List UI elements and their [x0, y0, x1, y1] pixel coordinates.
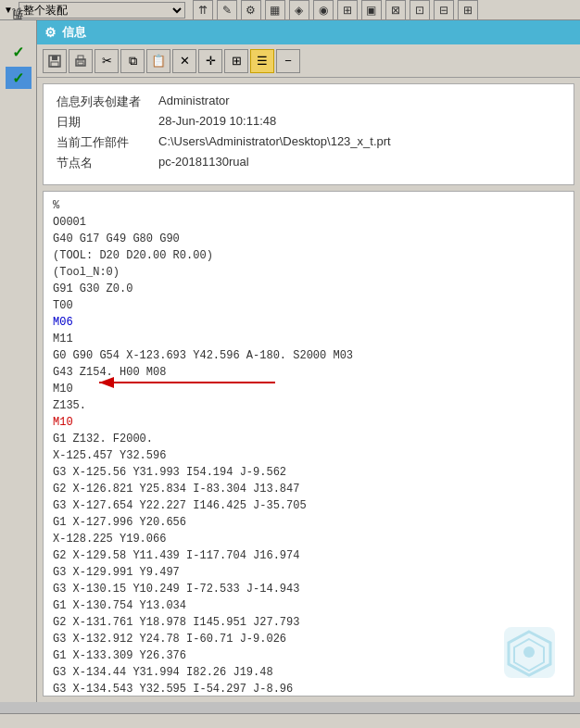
code-line: M10 — [53, 414, 564, 431]
code-line: G2 X-129.58 Y11.439 I-117.704 J16.974 — [53, 547, 564, 564]
code-line: T00 — [53, 297, 564, 314]
toolbar-icon-7[interactable]: ⊞ — [337, 0, 358, 20]
dlg-minus-icon[interactable]: − — [276, 49, 300, 73]
toolbar-icon-1[interactable]: ⇈ — [193, 0, 213, 20]
toolbar-icon-5[interactable]: ◈ — [289, 0, 309, 20]
left-sidebar: 刀轨 ✓ ✓ — [0, 20, 37, 702]
code-line: G3 X-125.56 Y31.993 I54.194 J-9.562 — [53, 464, 564, 481]
bottom-status — [0, 713, 580, 728]
info-label-creator: 信息列表创建者 — [57, 94, 158, 110]
code-line: X-128.225 Y19.066 — [53, 531, 564, 547]
code-line: G1 X-127.996 Y20.656 — [53, 514, 564, 531]
code-line: G3 X-129.991 Y9.497 — [53, 564, 564, 581]
code-line: G0 G90 G54 X-123.693 Y42.596 A-180. S200… — [53, 347, 564, 364]
svg-point-11 — [523, 646, 535, 658]
toolbar-icon-10[interactable]: ⊡ — [410, 0, 430, 20]
info-label-workpart: 当前工作部件 — [57, 134, 158, 151]
dlg-grid-icon[interactable]: ⊞ — [224, 49, 248, 73]
dlg-list-icon[interactable]: ☰ — [250, 49, 274, 73]
main-layout: 刀轨 ✓ ✓ ⚙ 信息 ✂ ⧉ 📋 ✕ ✛ ⊞ ☰ − — [0, 20, 580, 702]
code-line: G3 X-132.912 Y24.78 I-60.71 J-9.026 — [53, 631, 564, 647]
toolbar-icon-4[interactable]: ▦ — [265, 0, 285, 20]
toolbar-icon-11[interactable]: ⊟ — [434, 0, 454, 20]
info-dialog: ⚙ 信息 ✂ ⧉ 📋 ✕ ✛ ⊞ ☰ − 信息列表创建者 Administrat… — [37, 20, 580, 702]
toolbar-icon-6[interactable]: ◉ — [313, 0, 334, 20]
code-line: M06 — [53, 314, 564, 331]
top-toolbar: ▼ 整个装配 ⇈ ✎ ⚙ ▦ ◈ ◉ ⊞ ▣ ⊠ ⊡ ⊟ ⊞ — [0, 0, 580, 20]
assembly-dropdown[interactable]: 整个装配 — [19, 2, 185, 19]
code-line: % — [53, 197, 564, 214]
code-content: %O0001G40 G17 G49 G80 G90(TOOL: D20 D20.… — [44, 192, 574, 696]
info-label-nodename: 节点名 — [57, 155, 158, 171]
code-line: G40 G17 G49 G80 G90 — [53, 231, 564, 247]
dialog-title: 信息 — [62, 24, 86, 41]
code-line: M11 — [53, 331, 564, 347]
code-line: G43 Z154. H00 M08 — [53, 364, 564, 381]
code-line: G3 X-134.44 Y31.994 I82.26 J19.48 — [53, 664, 564, 681]
svg-rect-1 — [52, 56, 57, 60]
info-value-date: 28-Jun-2019 10:11:48 — [158, 114, 276, 131]
dlg-delete-icon[interactable]: ✕ — [172, 49, 196, 73]
dlg-copy-icon[interactable]: ⧉ — [120, 49, 145, 73]
dlg-cut-icon[interactable]: ✂ — [95, 49, 119, 73]
code-line: G1 X-133.309 Y26.376 — [53, 647, 564, 664]
toolbar-icon-8[interactable]: ▣ — [361, 0, 382, 20]
code-line: G3 X-130.15 Y10.249 I-72.533 J-14.943 — [53, 581, 564, 597]
code-line: (TOOL: D20 D20.00 R0.00) — [53, 247, 564, 264]
dropdown-arrow[interactable]: ▼ — [4, 5, 13, 15]
code-area[interactable]: %O0001G40 G17 G49 G80 G90(TOOL: D20 D20.… — [43, 191, 574, 697]
code-line: X-125.457 Y32.596 — [53, 447, 564, 464]
info-table: 信息列表创建者 Administrator 日期 28-Jun-2019 10:… — [43, 83, 574, 185]
info-value-workpart: C:\Users\Administrator\Desktop\123_x_t.p… — [158, 134, 391, 151]
code-line: G2 X-126.821 Y25.834 I-83.304 J13.847 — [53, 481, 564, 497]
info-row-creator: 信息列表创建者 Administrator — [57, 94, 561, 110]
info-row-date: 日期 28-Jun-2019 10:11:48 — [57, 114, 561, 131]
dialog-titlebar: ⚙ 信息 — [37, 20, 580, 44]
dialog-toolbar: ✂ ⧉ 📋 ✕ ✛ ⊞ ☰ − — [37, 44, 580, 78]
dlg-move-icon[interactable]: ✛ — [198, 49, 222, 73]
code-line: (Tool_N:0) — [53, 264, 564, 281]
info-value-creator: Administrator — [158, 94, 230, 110]
toolbar-icon-9[interactable]: ⊠ — [385, 0, 406, 20]
info-row-workpart: 当前工作部件 C:\Users\Administrator\Desktop\12… — [57, 134, 561, 151]
sidebar-label: 刀轨 — [10, 24, 26, 31]
gear-icon: ⚙ — [44, 25, 57, 40]
info-value-nodename: pc-20181130rual — [158, 155, 249, 171]
sidebar-check-1[interactable]: ✓ — [6, 41, 32, 63]
watermark-logo — [499, 622, 560, 686]
code-line: G3 X-134.543 Y32.595 I-54.297 J-8.96 — [53, 681, 564, 696]
code-line: G1 Z132. F2000. — [53, 431, 564, 447]
toolbar-icon-3[interactable]: ⚙ — [241, 0, 261, 20]
info-row-nodename: 节点名 pc-20181130rual — [57, 155, 561, 171]
code-line: O0001 — [53, 214, 564, 231]
dlg-paste-icon[interactable]: 📋 — [146, 49, 170, 73]
code-line: G91 G30 Z0.0 — [53, 281, 564, 297]
code-line: M10 — [53, 381, 564, 397]
dlg-save-icon[interactable] — [43, 49, 67, 73]
code-line: Z135. — [53, 397, 564, 414]
code-line: G3 X-127.654 Y22.227 I146.425 J-35.705 — [53, 497, 564, 514]
info-label-date: 日期 — [57, 114, 158, 131]
svg-rect-5 — [78, 62, 83, 65]
code-line: G1 X-130.754 Y13.034 — [53, 597, 564, 614]
toolbar-icon-12[interactable]: ⊞ — [458, 0, 478, 20]
code-line: G2 X-131.761 Y18.978 I145.951 J27.793 — [53, 614, 564, 631]
sidebar-check-2[interactable]: ✓ — [6, 67, 32, 89]
toolbar-icon-2[interactable]: ✎ — [217, 0, 237, 20]
dlg-print-icon[interactable] — [69, 49, 93, 73]
